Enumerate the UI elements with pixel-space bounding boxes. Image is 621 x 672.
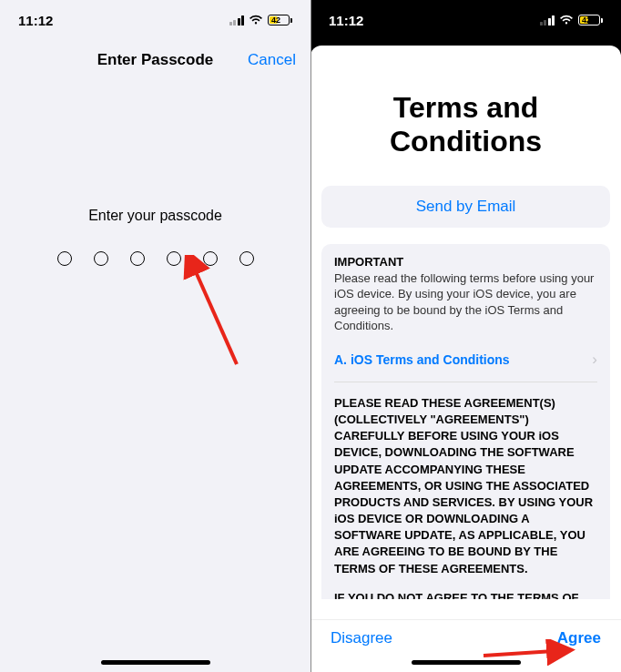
nav-title: Enter Passcode: [97, 51, 214, 69]
annotation-arrow-icon: [178, 255, 250, 373]
send-by-email-label: Send by Email: [416, 198, 516, 216]
terms-content[interactable]: IMPORTANT Please read the following term…: [321, 244, 610, 599]
nav-bar: Enter Passcode Cancel: [0, 40, 310, 80]
battery-icon: 42: [268, 15, 292, 25]
passcode-dot: [94, 251, 108, 266]
wifi-icon: [559, 15, 574, 25]
home-indicator[interactable]: [101, 660, 210, 665]
terms-paragraph: IF YOU DO NOT AGREE TO THE TERMS OF THES…: [334, 590, 597, 599]
wifi-icon: [249, 15, 263, 25]
passcode-area: Enter your passcode: [0, 208, 310, 266]
section-link-label: A. iOS Terms and Conditions: [334, 352, 510, 367]
status-bar: 11:12 42: [310, 0, 621, 40]
sheet-title: Terms and Conditions: [329, 91, 603, 158]
phone-terms-screen: 11:12 42 Terms and Conditions Send by Em…: [310, 0, 621, 672]
battery-icon: 42: [578, 15, 603, 25]
cancel-button[interactable]: Cancel: [248, 51, 296, 69]
disagree-button[interactable]: Disagree: [331, 629, 392, 647]
passcode-input[interactable]: [0, 251, 310, 266]
passcode-prompt: Enter your passcode: [0, 208, 310, 224]
signal-icon: [229, 15, 245, 25]
chevron-right-icon: ›: [592, 351, 597, 369]
ios-terms-section-link[interactable]: A. iOS Terms and Conditions ›: [334, 351, 597, 382]
svg-line-0: [194, 268, 237, 364]
status-bar: 11:12 42: [0, 0, 310, 40]
important-label: IMPORTANT: [334, 255, 597, 269]
passcode-dot: [167, 251, 181, 266]
terms-sheet: Terms and Conditions Send by Email IMPOR…: [310, 46, 621, 672]
important-text: Please read the following terms before u…: [334, 270, 597, 334]
home-indicator[interactable]: [412, 660, 521, 665]
passcode-dot: [239, 251, 254, 266]
status-time: 11:12: [329, 13, 363, 28]
phone-passcode-screen: 11:12 42 Enter Passcode Cancel Enter you…: [0, 0, 310, 672]
signal-icon: [540, 15, 555, 25]
terms-paragraph: PLEASE READ THESE AGREEMENT(S) (COLLECTI…: [334, 395, 597, 577]
passcode-dot: [203, 251, 218, 266]
screen-divider: [310, 0, 311, 672]
status-time: 11:12: [18, 13, 53, 28]
passcode-dot: [57, 251, 72, 266]
passcode-dot: [130, 251, 145, 266]
agree-button[interactable]: Agree: [557, 629, 601, 647]
send-by-email-button[interactable]: Send by Email: [321, 186, 610, 228]
status-icons: 42: [540, 15, 604, 25]
status-icons: 42: [229, 15, 293, 25]
